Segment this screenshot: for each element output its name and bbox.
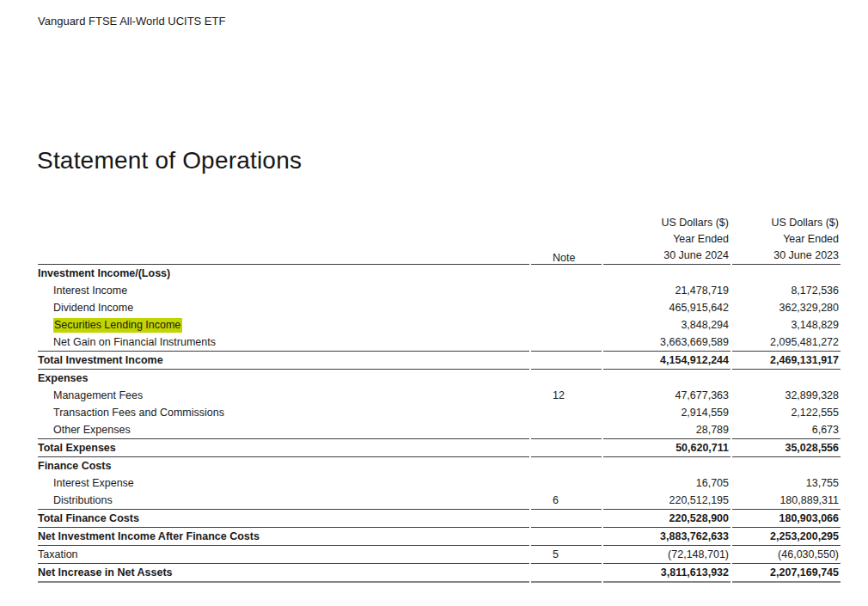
- value-2024: 3,883,762,633: [603, 528, 730, 546]
- note-value: [531, 282, 602, 299]
- value-2023: 32,899,328: [732, 387, 840, 404]
- row-label: Finance Costs: [38, 457, 529, 474]
- value-2023: [732, 457, 840, 474]
- table-row: Management Fees1247,677,36332,899,328: [38, 387, 840, 404]
- table-row: Taxation5(72,148,701)(46,030,550): [38, 546, 840, 564]
- note-value: [531, 474, 602, 492]
- value-2024: 3,811,613,932: [603, 564, 730, 583]
- row-label: Dividend Income: [38, 299, 529, 316]
- value-2023: 180,903,066: [732, 510, 840, 528]
- column-header-2023: US Dollars ($) Year Ended 30 June 2023: [732, 215, 840, 265]
- period-label-2024: Year Ended: [603, 231, 729, 248]
- value-2024: 3,848,294: [603, 316, 730, 334]
- value-2023: 2,122,555: [732, 404, 840, 421]
- value-2024: [603, 370, 730, 387]
- table-row: Transaction Fees and Commissions2,914,55…: [38, 404, 840, 421]
- note-value: [531, 528, 602, 546]
- table-row: Interest Income21,478,7198,172,536: [38, 282, 840, 299]
- value-2023: 3,148,829: [732, 316, 840, 334]
- value-2024: [603, 265, 730, 282]
- row-label: Distributions: [38, 492, 529, 510]
- note-value: [531, 316, 602, 334]
- table-row: Securities Lending Income3,848,2943,148,…: [38, 316, 840, 334]
- row-label: Transaction Fees and Commissions: [38, 404, 529, 421]
- date-label-2024: 30 June 2024: [603, 248, 729, 264]
- row-label: Securities Lending Income: [38, 316, 529, 334]
- row-label: Management Fees: [38, 387, 529, 404]
- statement-table-body: Investment Income/(Loss)Interest Income2…: [38, 265, 840, 583]
- value-2024: (72,148,701): [603, 546, 730, 564]
- date-label-2023: 30 June 2023: [732, 248, 839, 264]
- table-row: Net Gain on Financial Instruments3,663,6…: [38, 334, 840, 352]
- note-value: [531, 265, 602, 282]
- value-2024: 4,154,912,244: [603, 352, 730, 370]
- header-spacer-cell: [38, 215, 529, 265]
- page-title: Statement of Operations: [37, 147, 302, 174]
- row-label: Net Increase in Net Assets: [38, 564, 529, 583]
- value-2024: 16,705: [603, 474, 730, 492]
- row-label: Investment Income/(Loss): [38, 265, 529, 282]
- note-value: [531, 421, 602, 439]
- value-2024: [603, 457, 730, 474]
- note-value: [531, 404, 602, 421]
- note-value: [531, 510, 602, 528]
- table-row: Expenses: [38, 370, 840, 387]
- fund-name: Vanguard FTSE All-World UCITS ETF: [38, 15, 225, 28]
- note-value: [531, 564, 602, 583]
- row-label: Interest Expense: [38, 474, 529, 492]
- value-2023: 2,253,200,295: [732, 528, 840, 546]
- value-2024: 3,663,669,589: [603, 334, 730, 352]
- note-value: 5: [531, 546, 602, 564]
- highlighted-text: Securities Lending Income: [53, 318, 182, 333]
- currency-label-2023: US Dollars ($): [732, 215, 839, 231]
- note-column-header: Note: [531, 215, 602, 265]
- value-2024: 220,512,195: [603, 492, 730, 510]
- value-2023: 180,889,311: [732, 492, 840, 510]
- row-label: Total Investment Income: [38, 352, 529, 370]
- table-row: Dividend Income465,915,642362,329,280: [38, 299, 840, 316]
- row-label: Total Finance Costs: [38, 510, 529, 528]
- statement-of-operations-table: Note US Dollars ($) Year Ended 30 June 2…: [36, 215, 842, 583]
- row-label: Total Expenses: [38, 439, 529, 457]
- table-row: Net Investment Income After Finance Cost…: [38, 528, 840, 546]
- table-row: Distributions6220,512,195180,889,311: [38, 492, 840, 510]
- table-row: Other Expenses28,7896,673: [38, 421, 840, 439]
- table-row: Total Expenses50,620,71135,028,556: [38, 439, 840, 457]
- value-2024: 28,789: [603, 421, 730, 439]
- row-label: Expenses: [38, 370, 529, 387]
- note-value: [531, 352, 602, 370]
- value-2024: 47,677,363: [603, 387, 730, 404]
- value-2023: (46,030,550): [732, 546, 840, 564]
- table-row: Interest Expense16,70513,755: [38, 474, 840, 492]
- note-value: [531, 334, 602, 352]
- note-value: 12: [531, 387, 602, 404]
- value-2023: 2,095,481,272: [732, 334, 840, 352]
- value-2024: 21,478,719: [603, 282, 730, 299]
- table-row: Finance Costs: [38, 457, 840, 474]
- period-label-2023: Year Ended: [732, 231, 839, 248]
- value-2024: 50,620,711: [603, 439, 730, 457]
- row-label: Interest Income: [38, 282, 529, 299]
- row-label: Other Expenses: [38, 421, 529, 439]
- value-2024: 220,528,900: [603, 510, 730, 528]
- value-2024: 465,915,642: [603, 299, 730, 316]
- row-label: Taxation: [38, 546, 529, 564]
- table-row: Net Increase in Net Assets3,811,613,9322…: [38, 564, 840, 583]
- value-2023: [732, 265, 840, 282]
- value-2023: 2,469,131,917: [732, 352, 840, 370]
- value-2023: 2,207,169,745: [732, 564, 840, 583]
- value-2024: 2,914,559: [603, 404, 730, 421]
- note-value: 6: [531, 492, 602, 510]
- note-value: [531, 439, 602, 457]
- value-2023: 35,028,556: [732, 439, 840, 457]
- value-2023: 6,673: [732, 421, 840, 439]
- value-2023: 8,172,536: [732, 282, 840, 299]
- table-row: Investment Income/(Loss): [38, 265, 840, 282]
- note-value: [531, 457, 602, 474]
- table-row: Total Investment Income4,154,912,2442,46…: [38, 352, 840, 370]
- row-label: Net Investment Income After Finance Cost…: [38, 528, 529, 546]
- value-2023: [732, 370, 840, 387]
- table-row: Total Finance Costs220,528,900180,903,06…: [38, 510, 840, 528]
- value-2023: 362,329,280: [732, 299, 840, 316]
- note-value: [531, 299, 602, 316]
